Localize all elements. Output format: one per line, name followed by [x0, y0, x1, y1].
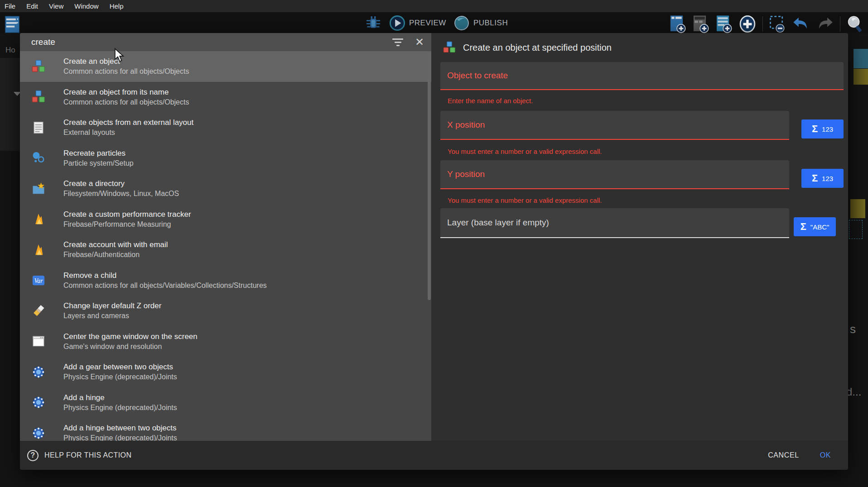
preview-button[interactable]: PREVIEW: [389, 15, 446, 31]
debugger-bug-icon[interactable]: [365, 14, 382, 32]
x-field-error: You must enter a number or a valid expre…: [448, 148, 602, 155]
action-list-item[interactable]: Add a hinge between two objects Physics …: [20, 418, 431, 441]
particles-icon: [32, 151, 45, 165]
action-group-path: Common actions for all objects/Objects: [63, 98, 189, 106]
project-manager-icon[interactable]: [4, 15, 21, 34]
toolbar-separator: [762, 16, 763, 32]
action-parameters-panel: Create an object at specified position O…: [431, 33, 848, 441]
action-title: Create account with with email: [63, 240, 168, 249]
search-tool-icon[interactable]: [846, 14, 863, 34]
undo-icon[interactable]: [792, 16, 810, 32]
action-list-item[interactable]: Create an object from its name Common ac…: [20, 82, 431, 113]
add-scene-icon[interactable]: [669, 14, 686, 33]
sigma-icon: Σ: [812, 124, 818, 134]
object-to-create-field[interactable]: Object to create: [440, 62, 844, 90]
cubes-icon: [32, 90, 45, 104]
action-list-item[interactable]: Center the game window on the screen Gam…: [20, 326, 431, 357]
ok-button[interactable]: OK: [820, 451, 831, 459]
x-expression-builder-button[interactable]: Σ 123: [801, 119, 844, 138]
dialog-footer: ? HELP FOR THIS ACTION CANCEL OK: [20, 441, 848, 470]
menu-edit[interactable]: Edit: [26, 2, 38, 10]
add-icon[interactable]: [738, 15, 757, 33]
globe-icon: [453, 15, 470, 31]
object-field-label: Object to create: [440, 71, 508, 81]
action-title: Create an object from its name: [63, 88, 189, 97]
menu-bar: File Edit View Window Help: [0, 0, 868, 12]
y-position-field[interactable]: Y position: [440, 160, 789, 189]
sigma-icon: Σ: [812, 173, 818, 183]
action-title: Add a hinge: [63, 393, 177, 402]
cancel-button[interactable]: CANCEL: [768, 451, 799, 459]
background-panel-edge: [0, 58, 20, 151]
search-bar: ✕: [20, 33, 431, 51]
action-title: Change layer default Z order: [63, 301, 161, 310]
firebase-icon: [32, 243, 45, 257]
question-mark-icon: ?: [27, 450, 39, 461]
publish-button[interactable]: PUBLISH: [453, 15, 508, 31]
action-list-item[interactable]: Remove a child Common actions for all ob…: [20, 265, 431, 296]
add-external-layout-icon[interactable]: [715, 14, 733, 33]
action-title: Create an object: [63, 57, 189, 66]
menu-help[interactable]: Help: [110, 2, 124, 10]
menu-view[interactable]: View: [49, 2, 63, 10]
search-input[interactable]: [20, 37, 388, 47]
action-title: Create a directory: [63, 179, 179, 188]
action-list-item[interactable]: Add a gear between two objects Physics E…: [20, 357, 431, 387]
action-group-path: External layouts: [63, 129, 193, 137]
action-group-path: Physics Engine (deprecated)/Joints: [63, 373, 177, 381]
action-group-path: Firebase/Performance Measuring: [63, 220, 191, 229]
layer-field[interactable]: Layer (base layer if empty): [440, 208, 789, 238]
scrollbar-thumb[interactable]: [428, 52, 431, 300]
window-icon: [32, 334, 45, 348]
action-list-item[interactable]: Create a directory Filesystem/Windows, L…: [20, 173, 431, 204]
action-results-list: Create an object Common actions for all …: [20, 51, 431, 441]
close-icon[interactable]: ✕: [408, 33, 431, 51]
action-group-path: Physics Engine (deprecated)/Joints: [63, 404, 177, 412]
mouse-cursor: [114, 48, 124, 62]
publish-label: PUBLISH: [473, 19, 508, 28]
x-field-label: X position: [440, 120, 485, 130]
help-button[interactable]: ? HELP FOR THIS ACTION: [27, 450, 131, 461]
cubes-icon: [32, 60, 45, 73]
play-icon: [389, 15, 405, 31]
x-position-field[interactable]: X position: [440, 111, 789, 140]
background-tile-olive: [854, 69, 868, 85]
background-selection-outline: [849, 220, 863, 239]
background-tile-teal: [854, 49, 868, 68]
action-title: Create objects from an external layout: [63, 118, 193, 127]
action-group-path: Common actions for all objects/Variables…: [63, 282, 267, 290]
action-list-item[interactable]: Create objects from an external layout E…: [20, 112, 431, 143]
action-group-path: Layers and cameras: [63, 312, 161, 320]
action-title: Add a hinge between two objects: [63, 424, 177, 433]
y-expression-builder-button[interactable]: Σ 123: [801, 169, 844, 188]
var-icon: [32, 273, 45, 287]
y-field-error: You must enter a number or a valid expre…: [448, 196, 602, 204]
home-tab-fragment: Ho: [5, 46, 15, 55]
action-group-path: Firebase/Authentication: [63, 251, 168, 259]
action-list-item[interactable]: Recreate particles Particle system/Setup: [20, 143, 431, 174]
remove-selection-icon[interactable]: [769, 14, 786, 33]
layer-field-label: Layer (base layer if empty): [440, 218, 549, 228]
action-title: Create a custom performance tracker: [63, 210, 191, 219]
gear-icon: [32, 426, 45, 440]
action-search-panel: ✕ Create an object Common actions for al…: [20, 33, 431, 441]
action-list-item[interactable]: Add a hinge Physics Engine (deprecated)/…: [20, 387, 431, 418]
action-list-item[interactable]: Create a custom performance tracker Fire…: [20, 204, 431, 235]
eraser-icon: [32, 304, 45, 318]
layer-expression-builder-button[interactable]: Σ "ABC": [794, 217, 836, 236]
action-group-path: Filesystem/Windows, Linux, MacOS: [63, 190, 179, 198]
firebase-icon: [32, 212, 45, 226]
menu-file[interactable]: File: [5, 2, 15, 10]
gear-icon: [32, 396, 45, 409]
action-list-item[interactable]: Create an object Common actions for all …: [20, 51, 431, 82]
menu-window[interactable]: Window: [74, 2, 98, 10]
action-list-item[interactable]: Change layer default Z order Layers and …: [20, 296, 431, 326]
action-list-item[interactable]: Create account with with email Firebase/…: [20, 234, 431, 265]
action-title: Add a gear between two objects: [63, 363, 177, 372]
background-text-fragment: d...: [846, 386, 861, 398]
action-title: Recreate particles: [63, 149, 134, 158]
action-group-path: Physics Engine (deprecated)/Joints: [63, 434, 177, 441]
filter-icon[interactable]: [388, 38, 408, 46]
add-extension-icon[interactable]: [692, 14, 709, 33]
redo-icon[interactable]: [816, 16, 834, 32]
